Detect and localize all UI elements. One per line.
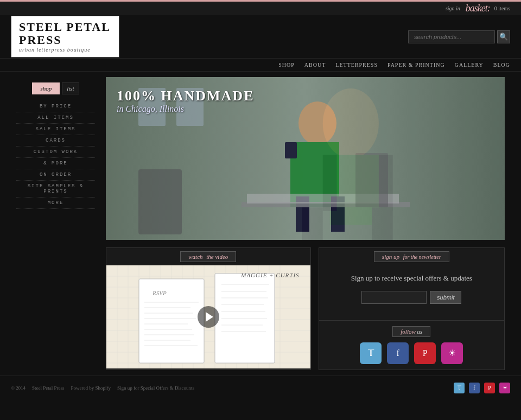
sidebar-tab-shop[interactable]: shop	[32, 82, 60, 94]
play-button[interactable]	[198, 306, 219, 328]
video-tab-area: watch the video	[106, 248, 310, 265]
newsletter-content: Sign up to receive special offers & upda…	[319, 265, 504, 320]
signin-link[interactable]: sign in	[446, 5, 460, 11]
follow-badge: follow us	[392, 326, 430, 337]
top-bar: sign in basket: 0 items	[0, 0, 521, 15]
footer-pinterest-icon[interactable]: P	[484, 383, 495, 393]
sidebar-item-all[interactable]: all items	[16, 112, 95, 124]
video-placeholder[interactable]: MAGGIE + CURTIS	[106, 265, 310, 368]
basket-label: basket:	[466, 3, 490, 14]
svg-rect-38	[139, 279, 204, 363]
search-area: 🔍	[408, 30, 510, 43]
newsletter-text: Sign up to receive special offers & upda…	[328, 273, 495, 284]
svg-point-3	[298, 101, 336, 145]
sidebar-item-price[interactable]: by price	[16, 101, 95, 112]
svg-rect-5	[285, 142, 297, 158]
sidebar-item-sale[interactable]: sale items	[16, 124, 95, 135]
hero-image: 100% HANDMADE in Chicago, Illinois	[106, 77, 505, 240]
follow-label: follow	[401, 328, 416, 335]
sidebar-item-cards[interactable]: cards	[16, 135, 95, 147]
logo-sub: urban letterpress boutique	[19, 47, 111, 53]
nav-letterpress[interactable]: letterpress	[335, 62, 378, 68]
bottom-section: watch the video MAGGIE + CURTIS	[106, 247, 505, 370]
twitter-icon[interactable]: 𝕋	[360, 342, 382, 364]
sidebar-tabs: shop list	[16, 82, 95, 94]
pinterest-icon[interactable]: P	[414, 342, 436, 364]
sidebar-item-custom[interactable]: custom work	[16, 147, 95, 158]
sidebar-item-samples[interactable]: site samples & prints	[16, 181, 95, 198]
search-button[interactable]: 🔍	[497, 30, 510, 43]
sidebar: shop list by price all items sale items …	[11, 77, 100, 370]
hero-text: 100% HANDMADE in Chicago, Illinois	[117, 88, 255, 114]
logo-box[interactable]: Steel Petal Press urban letterpress bout…	[11, 16, 119, 58]
footer-copyright: © 2014	[11, 385, 26, 391]
video-names: MAGGIE + CURTIS	[241, 272, 299, 278]
newsletter-tab-button[interactable]: sign up for the newsletter	[374, 251, 449, 262]
signup-label: sign up	[382, 253, 399, 260]
basket-area: sign in basket: 0 items	[446, 3, 510, 14]
hero-section: 100% HANDMADE in Chicago, Illinois	[106, 77, 505, 240]
nav-about[interactable]: about	[304, 62, 326, 68]
footer-brand[interactable]: Steel Petal Press	[32, 385, 65, 391]
watch-label: watch	[188, 253, 202, 260]
logo-main: Steel Petal Press	[19, 21, 111, 47]
signup-sub: for the newsletter	[403, 254, 441, 260]
social-icons: 𝕋 f P ☀	[325, 342, 499, 364]
nav-shop[interactable]: shop	[278, 62, 295, 68]
newsletter-tab-area: sign up for the newsletter	[319, 248, 504, 265]
search-input[interactable]	[408, 30, 495, 43]
sidebar-tab-list[interactable]: list	[62, 82, 79, 94]
newsletter-panel: sign up for the newsletter Sign up to re…	[319, 247, 505, 370]
nav-blog[interactable]: blog	[493, 62, 510, 68]
submit-button[interactable]: submit	[430, 291, 461, 304]
facebook-icon[interactable]: f	[387, 342, 409, 364]
hero-title: 100% HANDMADE	[117, 88, 255, 104]
video-panel: watch the video MAGGIE + CURTIS	[106, 247, 311, 370]
footer-signup[interactable]: Sign up for Special Offers & Discounts	[117, 385, 194, 391]
svg-text:RSVP: RSVP	[152, 290, 167, 296]
svg-rect-11	[355, 153, 388, 207]
header: Steel Petal Press urban letterpress bout…	[0, 15, 521, 59]
sidebar-item-extra[interactable]: more	[16, 198, 95, 209]
footer-instagram-icon[interactable]: ☀	[499, 383, 510, 393]
footer-links: © 2014 Steel Petal Press Powered by Shop…	[11, 385, 194, 391]
nav-paper-printing[interactable]: paper & printing	[387, 62, 445, 68]
newsletter-form: submit	[328, 291, 495, 304]
footer-shopify[interactable]: Powered by Shopify	[71, 385, 111, 391]
main-area: 100% HANDMADE in Chicago, Illinois watch…	[100, 77, 510, 370]
footer: © 2014 Steel Petal Press Powered by Shop…	[0, 376, 521, 400]
follow-us: us	[417, 328, 423, 335]
footer-facebook-icon[interactable]: f	[469, 383, 480, 393]
sidebar-item-order[interactable]: on order	[16, 169, 95, 181]
logo-area: Steel Petal Press urban letterpress bout…	[11, 16, 119, 58]
basket-count: 0 items	[494, 5, 510, 11]
footer-social-area: 𝕋 f P ☀	[454, 383, 510, 393]
follow-section: follow us 𝕋 f P ☀	[319, 320, 504, 370]
sidebar-item-more[interactable]: & more	[16, 158, 95, 169]
video-tab-button[interactable]: watch the video	[180, 251, 236, 262]
svg-rect-49	[215, 273, 275, 363]
video-label: the video	[206, 253, 228, 260]
instagram-icon[interactable]: ☀	[441, 342, 463, 364]
hero-subtitle: in Chicago, Illinois	[117, 104, 255, 114]
email-input[interactable]	[361, 291, 427, 304]
main-nav: shop about letterpress paper & printing …	[0, 59, 521, 72]
content: shop list by price all items sale items …	[0, 72, 521, 376]
footer-twitter-icon[interactable]: 𝕋	[454, 383, 465, 393]
nav-gallery[interactable]: gallery	[455, 62, 484, 68]
svg-rect-10	[138, 169, 182, 234]
